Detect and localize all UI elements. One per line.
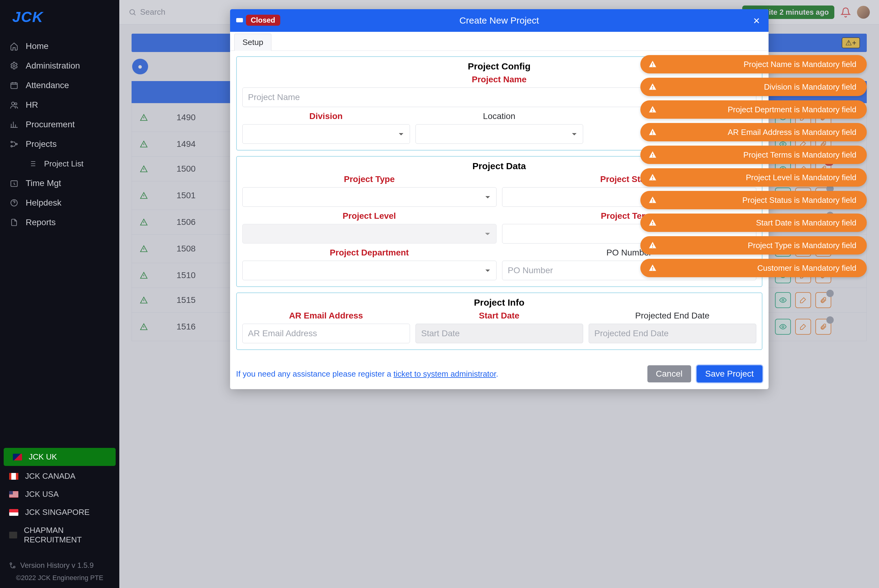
svg-point-29 bbox=[652, 247, 653, 248]
svg-point-0 bbox=[13, 65, 15, 67]
warning-icon bbox=[648, 128, 657, 137]
status-indicator-icon bbox=[236, 18, 243, 22]
division-select[interactable] bbox=[242, 124, 410, 144]
help-text-post: . bbox=[496, 369, 498, 378]
flag-icon bbox=[9, 473, 18, 480]
warning-icon bbox=[648, 60, 657, 69]
toast-message: Project Terms is Mandatory field bbox=[744, 150, 856, 160]
toast-message: Division is Mandatory field bbox=[764, 82, 856, 92]
svg-point-28 bbox=[652, 224, 653, 225]
org-label: JCK USA bbox=[25, 489, 59, 499]
home-icon bbox=[9, 41, 19, 51]
warning-icon bbox=[648, 195, 657, 205]
validation-toasts: Project Name is Mandatory fieldDivision … bbox=[640, 55, 867, 277]
sidebar-item-procurement[interactable]: Procurement bbox=[0, 115, 119, 134]
toast-message: Project Type is Mandatory field bbox=[748, 241, 856, 250]
modal-tabs: Setup bbox=[230, 32, 768, 51]
modal-footer: If you need any assistance please regist… bbox=[230, 363, 768, 389]
modal-title: Create New Project bbox=[459, 15, 539, 26]
copyright-text: ©2022 JCK Engineering PTE bbox=[9, 574, 110, 582]
svg-point-25 bbox=[652, 156, 653, 157]
help-icon bbox=[9, 198, 19, 208]
sidebar-item-reports[interactable]: Reports bbox=[0, 213, 119, 232]
svg-point-24 bbox=[652, 134, 653, 135]
main-panel: Search NetSuite 2 minutes ago ⚠︎+ ● Acti… bbox=[119, 0, 879, 588]
sidebar-item-helpdesk[interactable]: Helpdesk bbox=[0, 193, 119, 213]
validation-toast[interactable]: Project Name is Mandatory field bbox=[640, 55, 867, 74]
flag-icon bbox=[9, 532, 17, 538]
warning-icon bbox=[648, 82, 657, 92]
save-project-button[interactable]: Save Project bbox=[697, 365, 762, 382]
org-jck-canada[interactable]: JCK CANADA bbox=[0, 467, 119, 485]
org-chapman-recruitment[interactable]: CHAPMAN RECRUITMENT bbox=[0, 521, 119, 549]
validation-toast[interactable]: AR Email Address is Mandatory field bbox=[640, 123, 867, 141]
barchart-icon bbox=[9, 120, 19, 129]
svg-rect-1 bbox=[11, 83, 18, 89]
warning-icon bbox=[648, 150, 657, 159]
ar-email-input[interactable] bbox=[242, 324, 410, 343]
org-label: JCK SINGAPORE bbox=[25, 507, 90, 517]
close-icon[interactable]: ✕ bbox=[753, 16, 760, 26]
sidebar-item-projects[interactable]: Projects bbox=[0, 134, 119, 154]
org-jck-uk[interactable]: JCK UK bbox=[4, 448, 116, 466]
toast-message: Start Date is Mandatory field bbox=[756, 218, 856, 228]
help-link[interactable]: ticket to system administrator bbox=[393, 369, 496, 378]
modal-overlay: Closed Create New Project ✕ Setup Projec… bbox=[119, 0, 879, 588]
primary-nav: HomeAdministrationAttendanceHRProcuremen… bbox=[0, 36, 119, 232]
sidebar-item-label: HR bbox=[26, 100, 38, 110]
section-project-info: Project Info AR Email Address Start Date bbox=[236, 292, 762, 350]
org-switcher: JCK UKJCK CANADAJCK USAJCK SINGAPORECHAP… bbox=[0, 447, 119, 549]
svg-point-2 bbox=[12, 102, 14, 105]
sidebar-item-label: Reports bbox=[26, 218, 56, 227]
tab-setup[interactable]: Setup bbox=[234, 34, 272, 51]
validation-toast[interactable]: Project Terms is Mandatory field bbox=[640, 146, 867, 164]
location-select[interactable] bbox=[416, 124, 583, 144]
validation-toast[interactable]: Project Level is Mandatory field bbox=[640, 168, 867, 187]
version-history-link[interactable]: Version History v 1.5.9 bbox=[9, 561, 110, 570]
validation-toast[interactable]: Customer is Mandatory field bbox=[640, 259, 867, 277]
status-pill: Closed bbox=[246, 15, 280, 26]
start-date-input[interactable] bbox=[416, 324, 583, 343]
sidebar-item-label: Administration bbox=[26, 61, 80, 70]
label-start-date: Start Date bbox=[416, 311, 583, 321]
sidebar-item-attendance[interactable]: Attendance bbox=[0, 76, 119, 95]
list-icon bbox=[27, 159, 38, 169]
brand-logo: JCK bbox=[0, 0, 119, 36]
project-type-select[interactable] bbox=[242, 187, 496, 207]
project-level-select bbox=[242, 224, 496, 243]
people-icon bbox=[9, 100, 19, 110]
sidebar-item-label: Home bbox=[26, 41, 49, 51]
flag-icon bbox=[9, 509, 18, 516]
admin-icon bbox=[9, 61, 19, 70]
toast-message: Project Status is Mandatory field bbox=[742, 195, 856, 205]
sidebar-item-home[interactable]: Home bbox=[0, 36, 119, 56]
sidebar-item-administration[interactable]: Administration bbox=[0, 56, 119, 76]
section-title: Project Info bbox=[242, 297, 756, 308]
sidebar-item-label: Helpdesk bbox=[26, 198, 62, 208]
svg-point-22 bbox=[652, 88, 653, 89]
sidebar-item-hr[interactable]: HR bbox=[0, 95, 119, 115]
label-project-type: Project Type bbox=[242, 174, 496, 184]
cancel-button[interactable]: Cancel bbox=[647, 365, 691, 382]
label-ar-email: AR Email Address bbox=[242, 311, 410, 321]
flag-icon bbox=[9, 491, 18, 498]
sidebar-item-project-list[interactable]: Project List bbox=[0, 154, 119, 174]
sidebar-item-time-mgt[interactable]: Time Mgt bbox=[0, 174, 119, 193]
svg-point-23 bbox=[652, 111, 653, 112]
validation-toast[interactable]: Project Type is Mandatory field bbox=[640, 236, 867, 255]
toast-message: AR Email Address is Mandatory field bbox=[728, 128, 856, 137]
org-jck-usa[interactable]: JCK USA bbox=[0, 485, 119, 503]
org-label: JCK UK bbox=[29, 452, 57, 462]
validation-toast[interactable]: Start Date is Mandatory field bbox=[640, 213, 867, 232]
svg-point-9 bbox=[10, 563, 12, 565]
validation-toast[interactable]: Project Status is Mandatory field bbox=[640, 191, 867, 209]
project-department-select[interactable] bbox=[242, 261, 496, 280]
sidebar: JCK HomeAdministrationAttendanceHRProcur… bbox=[0, 0, 119, 588]
projected-end-input[interactable] bbox=[589, 324, 756, 343]
validation-toast[interactable]: Division is Mandatory field bbox=[640, 78, 867, 96]
org-jck-singapore[interactable]: JCK SINGAPORE bbox=[0, 503, 119, 521]
modal-status: Closed bbox=[236, 15, 280, 26]
validation-toast[interactable]: Project Deprtment is Mandatory field bbox=[640, 100, 867, 119]
svg-point-26 bbox=[652, 179, 653, 180]
warning-icon bbox=[648, 241, 657, 250]
